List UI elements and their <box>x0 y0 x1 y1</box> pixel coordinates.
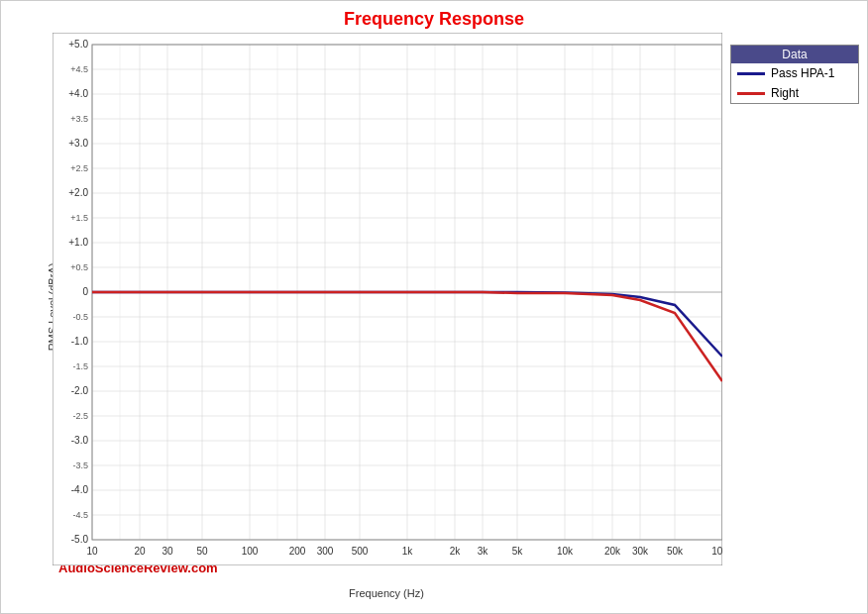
svg-text:-1.5: -1.5 <box>72 361 88 371</box>
svg-text:-5.0: -5.0 <box>71 534 89 545</box>
x-axis-label: Frequency (Hz) <box>53 587 720 599</box>
legend-item-blue: Pass HPA-1 <box>731 63 858 83</box>
svg-text:30: 30 <box>162 546 173 557</box>
svg-text:-3.5: -3.5 <box>72 460 88 470</box>
svg-text:2k: 2k <box>450 546 462 557</box>
legend-label-blue: Pass HPA-1 <box>771 66 834 80</box>
svg-text:-0.5: -0.5 <box>72 312 88 322</box>
svg-text:+3.5: +3.5 <box>70 114 88 124</box>
svg-text:-3.0: -3.0 <box>71 435 89 446</box>
svg-text:100k: 100k <box>711 546 722 557</box>
svg-text:10k: 10k <box>557 546 574 557</box>
svg-text:-4.0: -4.0 <box>71 484 89 495</box>
legend-box: Data Pass HPA-1 Right <box>730 45 859 104</box>
svg-text:+4.5: +4.5 <box>70 64 88 74</box>
svg-text:+1.5: +1.5 <box>70 213 88 223</box>
chart-container: Frequency Response 11/18/2022 11:27:32.0… <box>0 0 868 614</box>
svg-text:+1.0: +1.0 <box>68 237 88 248</box>
svg-text:10: 10 <box>86 546 98 557</box>
chart-title: Frequency Response <box>1 1 867 30</box>
svg-text:-2.0: -2.0 <box>71 385 89 396</box>
svg-text:30k: 30k <box>632 546 649 557</box>
svg-text:+3.0: +3.0 <box>68 138 88 149</box>
svg-text:-4.5: -4.5 <box>72 510 88 520</box>
chart-svg: +5.0 +4.0 +3.0 +2.0 +1.0 0 -1.0 -2.0 -3.… <box>53 33 722 565</box>
svg-text:50: 50 <box>196 546 208 557</box>
legend-title: Data <box>731 46 858 63</box>
svg-text:+2.5: +2.5 <box>70 163 88 173</box>
svg-text:3k: 3k <box>478 546 489 557</box>
svg-text:20: 20 <box>134 546 146 557</box>
svg-text:100: 100 <box>242 546 259 557</box>
svg-text:0: 0 <box>82 286 88 297</box>
legend-color-blue <box>737 72 765 75</box>
svg-text:+2.0: +2.0 <box>68 187 88 198</box>
svg-text:+4.0: +4.0 <box>68 88 88 99</box>
svg-text:5k: 5k <box>512 546 524 557</box>
svg-text:20k: 20k <box>604 546 621 557</box>
svg-text:+5.0: +5.0 <box>68 39 88 50</box>
legend-color-red <box>737 92 765 95</box>
svg-rect-0 <box>53 33 722 565</box>
svg-text:1k: 1k <box>402 546 414 557</box>
svg-text:-2.5: -2.5 <box>72 411 88 421</box>
svg-text:-1.0: -1.0 <box>71 336 89 347</box>
svg-text:200: 200 <box>289 546 306 557</box>
legend-label-red: Right <box>771 86 799 100</box>
svg-text:500: 500 <box>352 546 369 557</box>
svg-text:300: 300 <box>317 546 334 557</box>
svg-text:+0.5: +0.5 <box>70 262 88 272</box>
svg-text:50k: 50k <box>667 546 684 557</box>
legend-item-red: Right <box>731 83 858 103</box>
